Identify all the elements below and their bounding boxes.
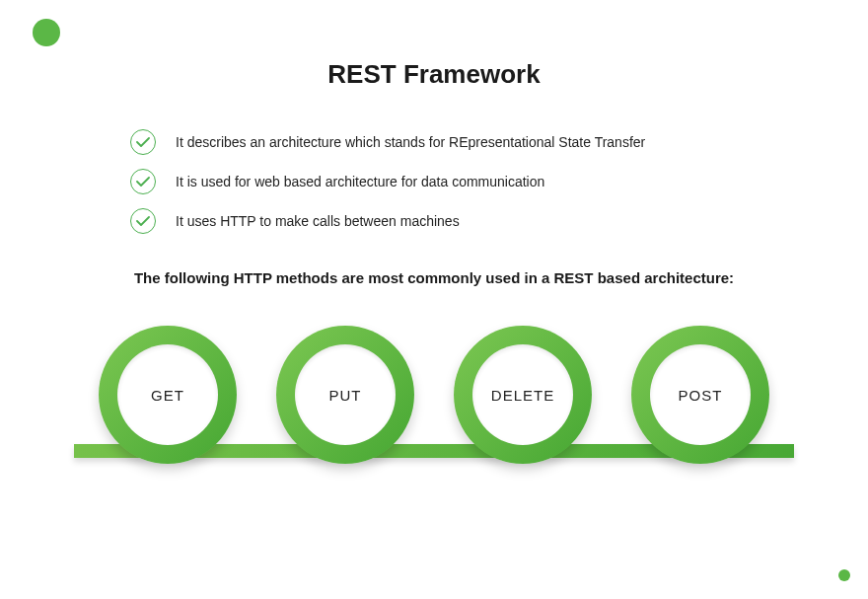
bullet-item: It uses HTTP to make calls between machi… xyxy=(130,208,868,234)
bullet-item: It is used for web based architecture fo… xyxy=(130,169,868,194)
ring-inner: DELETE xyxy=(472,344,573,445)
check-icon xyxy=(130,169,156,194)
bullet-text: It uses HTTP to make calls between machi… xyxy=(176,213,460,229)
bullet-text: It is used for web based architecture fo… xyxy=(176,174,544,189)
method-rings: GET PUT DELETE POST xyxy=(0,326,868,464)
method-ring-get: GET xyxy=(99,326,237,464)
method-label: PUT xyxy=(329,387,362,404)
ring-inner: POST xyxy=(650,344,751,445)
method-ring-delete: DELETE xyxy=(454,326,592,464)
method-ring-post: POST xyxy=(631,326,769,464)
check-icon xyxy=(130,129,156,155)
decorative-dot-bottom-right xyxy=(838,569,850,581)
method-label: GET xyxy=(151,387,184,404)
page-title: REST Framework xyxy=(0,59,868,90)
bullet-item: It describes an architecture which stand… xyxy=(130,129,868,155)
method-label: POST xyxy=(679,387,723,404)
bullet-text: It describes an architecture which stand… xyxy=(176,134,645,150)
ring-inner: PUT xyxy=(295,344,396,445)
subheading: The following HTTP methods are most comm… xyxy=(0,269,868,286)
check-icon xyxy=(130,208,156,234)
bullet-list: It describes an architecture which stand… xyxy=(130,129,868,234)
ring-inner: GET xyxy=(117,344,218,445)
method-ring-put: PUT xyxy=(276,326,414,464)
http-methods-diagram: GET PUT DELETE POST xyxy=(0,326,868,498)
method-label: DELETE xyxy=(491,387,554,404)
decorative-dot-top-left xyxy=(33,19,60,46)
